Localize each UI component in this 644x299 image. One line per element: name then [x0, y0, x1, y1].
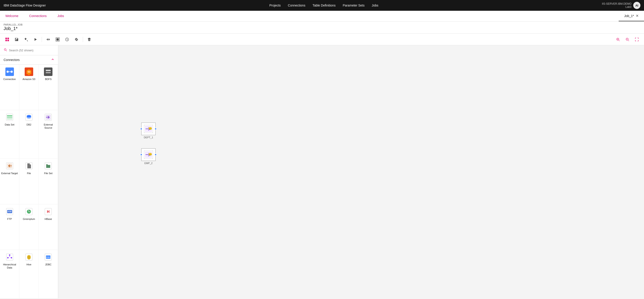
configure-button[interactable]: [72, 35, 81, 44]
app-brand: IBM DataStage Flow Designer: [4, 3, 46, 7]
zoom-out-button[interactable]: [623, 35, 632, 44]
node-dept1-label: DEPT_1: [144, 136, 153, 139]
svg-rect-23: [7, 117, 12, 118]
sidebar: Connectors Connection: [0, 45, 58, 299]
svg-rect-22: [7, 115, 12, 116]
tab-job1[interactable]: Job_1* ✕: [619, 11, 644, 21]
tab-jobs[interactable]: Jobs: [52, 11, 70, 21]
connector-connection-label: Connection: [3, 77, 16, 81]
node-emp2-left-port[interactable]: [140, 154, 142, 156]
svg-point-50: [9, 254, 10, 256]
layout-button[interactable]: [53, 35, 62, 44]
svg-rect-48: [6, 253, 14, 261]
zoom-in-button[interactable]: [614, 35, 622, 44]
connector-ftp[interactable]: FTP FTP: [0, 204, 19, 250]
nav-table-definitions[interactable]: Table Definitions: [312, 3, 336, 7]
connector-db2-label: DB2: [26, 123, 31, 126]
connector-bdfs-label: BDFS: [45, 77, 52, 81]
connector-greenplum[interactable]: Greenplum: [19, 204, 38, 250]
user-server: IIS-SERVER.IBM.DEMO: [602, 2, 632, 5]
svg-point-71: [149, 153, 152, 155]
delete-button[interactable]: [85, 35, 94, 44]
svg-rect-2: [6, 40, 7, 41]
connector-hierarchicaldata-label: Hierarchical Data: [1, 263, 18, 270]
connector-fileset[interactable]: File Set: [39, 159, 58, 204]
connector-jdbc[interactable]: JDBC JDBC: [39, 250, 58, 299]
svg-point-66: [149, 127, 152, 129]
toolbar-divider-1: [42, 37, 42, 42]
svg-rect-1: [8, 38, 9, 39]
connector-hierarchicaldata[interactable]: Hierarchical Data: [0, 250, 19, 299]
connector-file-label: File: [27, 172, 31, 175]
nav-links: Projects Connections Table Definitions P…: [269, 3, 378, 7]
svg-text:JDBC: JDBC: [46, 256, 51, 258]
connector-bdfs[interactable]: BDFS: [39, 64, 58, 110]
job-type-label: PARALLEL JOB: [4, 23, 640, 26]
nav-connections[interactable]: Connections: [288, 3, 306, 7]
search-input[interactable]: [9, 49, 54, 52]
avatar[interactable]: AI: [633, 2, 640, 9]
schedule-button[interactable]: [62, 35, 72, 44]
run-button[interactable]: [31, 35, 40, 44]
toolbar-right: [614, 35, 641, 44]
connector-externaltarget-label: External Target: [1, 172, 18, 175]
save-button[interactable]: [12, 35, 21, 44]
search-icon: [4, 48, 7, 52]
connector-externalsource[interactable]: External Source: [39, 110, 58, 159]
connectors-section-header[interactable]: Connectors: [0, 55, 58, 64]
svg-point-12: [6, 71, 9, 73]
node-emp2-right-port[interactable]: [154, 154, 157, 156]
connector-file[interactable]: File: [19, 159, 38, 204]
connector-connection[interactable]: Connection: [0, 64, 19, 110]
connector-fileset-label: File Set: [44, 172, 52, 175]
top-navigation: IBM DataStage Flow Designer Projects Con…: [0, 0, 644, 11]
node-dept1-left-port[interactable]: [140, 128, 142, 130]
sidebar-search-area: [0, 45, 58, 55]
canvas[interactable]: DEPT_1 EMP_2: [58, 45, 644, 299]
svg-rect-0: [6, 38, 7, 39]
connector-db2[interactable]: DB2: [19, 110, 38, 159]
tab-connections[interactable]: Connections: [24, 11, 52, 21]
svg-text:S3: S3: [28, 71, 30, 73]
connector-hbase[interactable]: H HBase: [39, 204, 58, 250]
nav-projects[interactable]: Projects: [269, 3, 281, 7]
job-name-title: Job_1*: [4, 26, 640, 31]
node-emp2-label: EMP_2: [144, 162, 152, 165]
main-layout: Connectors Connection: [0, 45, 644, 299]
link-button[interactable]: [44, 35, 53, 44]
toolbar-divider-2: [83, 37, 83, 42]
svg-rect-18: [46, 70, 51, 71]
tab-welcome[interactable]: Welcome: [0, 11, 24, 21]
properties-button[interactable]: [22, 35, 30, 44]
connector-greenplum-label: Greenplum: [23, 217, 35, 221]
svg-text:H: H: [47, 210, 50, 214]
connector-amazons3[interactable]: S3 Amazon S3: [19, 64, 38, 110]
connector-hbase-label: HBase: [44, 217, 52, 221]
user-lab: Lab3: [602, 5, 632, 8]
node-dept1[interactable]: DEPT_1: [141, 123, 156, 139]
user-area: IIS-SERVER.IBM.DEMO Lab3 AI: [602, 2, 640, 9]
connector-amazons3-label: Amazon S3: [23, 77, 36, 81]
nav-parameter-sets[interactable]: Parameter Sets: [343, 3, 364, 7]
sidebar-resize-handle[interactable]: [57, 45, 58, 299]
palette-button[interactable]: [3, 35, 12, 44]
node-dept1-right-port[interactable]: [154, 128, 157, 130]
connectors-grid: Connection S3 Amazon S3: [0, 64, 58, 299]
toolbar: [0, 34, 644, 45]
fit-screen-button[interactable]: [632, 35, 641, 44]
connector-hive-label: Hive: [26, 263, 32, 266]
node-emp2[interactable]: EMP_2: [141, 148, 156, 165]
svg-rect-6: [56, 38, 59, 40]
svg-rect-19: [46, 72, 51, 73]
svg-rect-17: [44, 67, 52, 76]
connector-dataset[interactable]: Data Set: [0, 110, 19, 159]
svg-rect-3: [8, 40, 9, 41]
close-tab-icon[interactable]: ✕: [636, 14, 638, 18]
connector-externaltarget[interactable]: External Target: [0, 159, 19, 204]
svg-point-10: [4, 49, 6, 50]
connector-dataset-label: Data Set: [5, 123, 14, 126]
svg-text:FTP: FTP: [8, 211, 12, 213]
tab-bar: Welcome Connections Jobs Job_1* ✕: [0, 11, 644, 21]
nav-jobs[interactable]: Jobs: [372, 3, 378, 7]
connector-hive[interactable]: Hive: [19, 250, 38, 299]
